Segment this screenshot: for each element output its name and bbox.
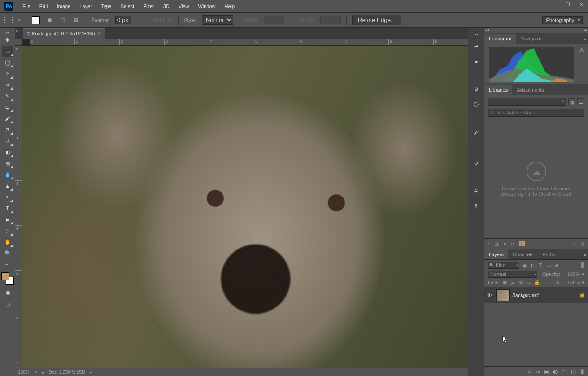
tool-dodge[interactable]: ▲ <box>2 180 13 191</box>
lock-pixels-icon[interactable]: 🖌 <box>510 280 516 285</box>
fill-adjust-icon[interactable]: ◐ <box>553 368 558 375</box>
height-input[interactable] <box>320 16 341 24</box>
maximize-button[interactable]: ❐ <box>561 0 575 9</box>
tool-brush[interactable]: 🖌 <box>2 113 13 124</box>
filter-smart-icon[interactable]: ◈ <box>553 262 560 268</box>
lib-char-icon[interactable]: A <box>503 241 506 247</box>
lib-swatch-icon[interactable]: ▦ <box>519 241 525 246</box>
lock-icon[interactable]: 🔒 <box>579 292 585 298</box>
tool-pen[interactable]: ✒ <box>2 192 13 202</box>
menu-filter[interactable]: Filter <box>139 1 158 12</box>
menu-select[interactable]: Select <box>116 1 139 12</box>
tool-eyedropper[interactable]: ✎ <box>2 91 13 101</box>
list-view-icon[interactable]: ☰ <box>577 98 584 105</box>
panel-icon-actions[interactable]: ▶ <box>471 56 482 67</box>
tool-move[interactable]: ✥ <box>2 35 13 45</box>
style-select[interactable]: Normal <box>202 15 233 25</box>
tab-histogram[interactable]: Histogram <box>484 34 516 44</box>
workspace-switcher[interactable]: Photography <box>542 16 583 24</box>
fill-value[interactable]: 100% <box>562 280 580 285</box>
lib-fx-icon[interactable]: fx <box>511 241 515 247</box>
visibility-icon[interactable]: 👁 <box>487 293 493 298</box>
panel-menu-icon[interactable]: ≡ <box>584 252 586 257</box>
intersect-selection-icon[interactable]: ▦ <box>72 16 80 24</box>
tool-rectangular-marquee[interactable]: ▭ <box>2 46 13 57</box>
tool-quick-selection[interactable]: ✧ <box>2 68 13 79</box>
menu-3d[interactable]: 3D <box>159 1 174 12</box>
lock-trans-icon[interactable]: ▦ <box>501 280 508 285</box>
close-button[interactable]: ✕ <box>575 0 588 9</box>
tab-adjustments[interactable]: Adjustments <box>512 85 549 95</box>
panel-icon-character[interactable]: A| <box>471 185 482 196</box>
filter-toggle-icon[interactable] <box>581 262 584 268</box>
menu-window[interactable]: Window <box>193 1 220 12</box>
menu-type[interactable]: Type <box>96 1 116 12</box>
subtract-selection-icon[interactable]: ◫ <box>59 16 67 24</box>
horizontal-ruler[interactable]: 0123456789 <box>30 39 468 46</box>
filter-shape-icon[interactable]: ▭ <box>545 262 552 268</box>
tool-hand[interactable]: ✋ <box>2 236 13 247</box>
lib-graphic-icon[interactable]: ◪ <box>494 241 499 247</box>
menu-view[interactable]: View <box>174 1 194 12</box>
lib-upload-icon[interactable]: ⤴ <box>487 241 490 247</box>
layer-fx-icon[interactable]: fx <box>536 369 540 374</box>
lock-all-icon[interactable]: 🔒 <box>534 280 540 285</box>
tool-lasso[interactable]: ◯ <box>2 57 13 68</box>
tool-path-selection[interactable]: ▶ <box>2 214 13 225</box>
menu-layer[interactable]: Layer <box>75 1 96 12</box>
tab-layers[interactable]: Layers <box>484 249 508 259</box>
panel-icon-info[interactable]: ⓘ <box>471 99 482 110</box>
panel-icon-properties[interactable]: ⚙ <box>471 84 482 95</box>
tab-paths[interactable]: Paths <box>538 249 560 259</box>
tab-libraries[interactable]: Libraries <box>484 85 512 95</box>
lock-artboard-icon[interactable]: ▭ <box>526 280 532 285</box>
add-selection-icon[interactable]: ▣ <box>45 16 53 24</box>
tool-direct-selection[interactable]: ▷ <box>2 225 13 236</box>
delete-layer-icon[interactable]: 🗑 <box>580 368 585 375</box>
layer-row[interactable]: 👁 Background 🔒 <box>484 287 588 303</box>
blend-mode-select[interactable]: Normal <box>488 271 537 278</box>
grid-view-icon[interactable]: ▦ <box>568 98 575 105</box>
document-tab[interactable]: © Koala.jpg @ 100% (RGB/8#) × <box>23 28 105 39</box>
tool-eraser[interactable]: ◧ <box>2 147 13 157</box>
tab-channels[interactable]: Channels <box>508 249 538 259</box>
tool-history-brush[interactable]: ↺ <box>2 136 13 146</box>
foreground-color-swatch[interactable] <box>1 272 9 280</box>
refine-edge-button[interactable]: Refine Edge... <box>352 15 401 25</box>
canvas[interactable] <box>22 46 468 368</box>
tool-clone-stamp[interactable]: ⧉ <box>2 124 13 135</box>
tool-zoom[interactable]: 🔍 <box>2 248 13 258</box>
panel-icon-brushes[interactable]: 🖌 <box>471 127 482 138</box>
panel-icon-clone-source[interactable]: ⊕ <box>471 157 482 168</box>
edit-toolbar-icon[interactable]: ⋯ <box>2 259 13 270</box>
lib-trash-icon[interactable]: 🗑 <box>580 241 585 247</box>
vertical-ruler[interactable]: 01234567 <box>15 46 22 368</box>
menu-edit[interactable]: Edit <box>35 1 52 12</box>
filter-type-icon[interactable]: T <box>537 262 544 268</box>
histogram-warning-icon[interactable]: ⚠ <box>579 47 584 53</box>
link-layers-icon[interactable]: ⧉ <box>528 368 532 375</box>
lib-link-icon[interactable]: ∞ <box>572 241 576 247</box>
new-selection-icon[interactable] <box>32 16 40 24</box>
panel-menu-icon[interactable]: ≡ <box>584 36 586 41</box>
tool-blur[interactable]: 💧 <box>2 169 13 180</box>
export-icon[interactable]: ↗ <box>34 370 38 375</box>
layer-name[interactable]: Background <box>512 293 576 298</box>
layer-thumbnail[interactable] <box>496 289 510 301</box>
swap-wh-icon[interactable]: ⇄ <box>290 17 294 23</box>
filter-image-icon[interactable]: ▣ <box>521 262 527 268</box>
current-tool-icon[interactable] <box>4 17 13 23</box>
layer-mask-icon[interactable]: ▣ <box>544 368 549 375</box>
width-input[interactable] <box>264 16 284 24</box>
expand-dock-icon[interactable]: ▸▸ <box>15 28 21 33</box>
tool-crop[interactable]: ⌗ <box>2 79 13 90</box>
stock-search-input[interactable] <box>488 109 584 117</box>
minimize-button[interactable]: — <box>548 0 561 9</box>
color-swatches[interactable] <box>1 272 14 285</box>
opacity-value[interactable]: 100% <box>562 271 580 277</box>
quick-mask-icon[interactable]: ▣ <box>2 287 13 298</box>
screen-mode-icon[interactable]: ▢ <box>2 299 13 310</box>
menu-help[interactable]: Help <box>220 1 240 12</box>
tool-spot-healing[interactable]: ◒ <box>2 102 13 113</box>
panel-icon-brush-presets[interactable]: ≡ <box>471 142 482 153</box>
